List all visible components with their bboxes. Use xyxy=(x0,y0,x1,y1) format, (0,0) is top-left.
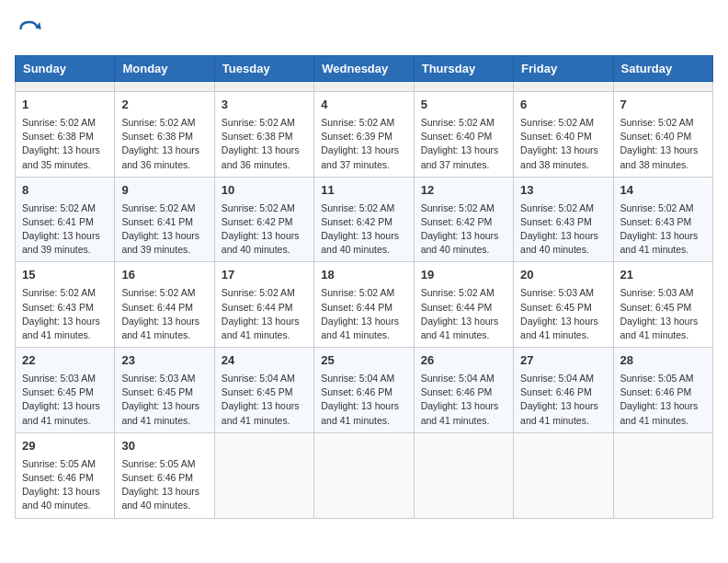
sunset-text: Sunset: 6:45 PM xyxy=(222,386,293,397)
sunrise-text: Sunrise: 5:02 AM xyxy=(121,117,195,128)
calendar-day-cell: 25Sunrise: 5:04 AMSunset: 6:46 PMDayligh… xyxy=(314,348,414,433)
day-number: 25 xyxy=(321,352,406,370)
day-number: 6 xyxy=(520,97,606,114)
weekday-header: Saturday xyxy=(613,56,712,82)
day-number: 3 xyxy=(222,97,307,114)
sunset-text: Sunset: 6:40 PM xyxy=(620,131,692,142)
sunrise-text: Sunrise: 5:02 AM xyxy=(620,117,694,128)
sunrise-text: Sunrise: 5:03 AM xyxy=(121,373,195,384)
calendar-day-cell: 28Sunrise: 5:05 AMSunset: 6:46 PMDayligh… xyxy=(613,348,712,433)
sunrise-text: Sunrise: 5:05 AM xyxy=(22,458,96,469)
sunset-text: Sunset: 6:44 PM xyxy=(222,302,293,313)
calendar-day-cell: 19Sunrise: 5:02 AMSunset: 6:44 PMDayligh… xyxy=(414,262,513,348)
daylight-text: Daylight: 13 hours and 40 minutes. xyxy=(321,230,399,255)
calendar-day-cell xyxy=(314,432,414,518)
calendar-week-row: 15Sunrise: 5:02 AMSunset: 6:43 PMDayligh… xyxy=(16,262,713,348)
daylight-text: Daylight: 13 hours and 36 minutes. xyxy=(222,144,300,169)
daylight-text: Daylight: 13 hours and 41 minutes. xyxy=(222,400,300,425)
sunrise-text: Sunrise: 5:02 AM xyxy=(222,117,295,128)
day-number: 15 xyxy=(22,267,108,284)
calendar-day-cell xyxy=(115,82,214,92)
sunset-text: Sunset: 6:45 PM xyxy=(620,302,692,313)
sunrise-text: Sunrise: 5:05 AM xyxy=(121,458,195,469)
calendar-day-cell: 15Sunrise: 5:02 AMSunset: 6:43 PMDayligh… xyxy=(16,262,115,348)
day-number: 21 xyxy=(620,267,706,284)
calendar-day-cell xyxy=(414,432,513,518)
sunrise-text: Sunrise: 5:02 AM xyxy=(22,202,96,213)
daylight-text: Daylight: 13 hours and 39 minutes. xyxy=(22,230,100,255)
sunset-text: Sunset: 6:42 PM xyxy=(222,216,293,227)
day-number: 27 xyxy=(520,352,606,370)
calendar-day-cell: 4Sunrise: 5:02 AMSunset: 6:39 PMDaylight… xyxy=(314,92,414,178)
sunrise-text: Sunrise: 5:02 AM xyxy=(121,287,195,298)
sunrise-text: Sunrise: 5:02 AM xyxy=(222,202,295,213)
day-number: 19 xyxy=(421,267,506,284)
calendar-day-cell xyxy=(214,82,313,92)
calendar-day-cell: 17Sunrise: 5:02 AMSunset: 6:44 PMDayligh… xyxy=(214,262,313,348)
sunset-text: Sunset: 6:40 PM xyxy=(520,131,592,142)
sunset-text: Sunset: 6:44 PM xyxy=(121,302,193,313)
sunrise-text: Sunrise: 5:04 AM xyxy=(222,373,295,384)
weekday-header-row: SundayMondayTuesdayWednesdayThursdayFrid… xyxy=(16,56,713,82)
sunset-text: Sunset: 6:41 PM xyxy=(22,216,94,227)
daylight-text: Daylight: 13 hours and 41 minutes. xyxy=(620,400,699,425)
calendar-table: SundayMondayTuesdayWednesdayThursdayFrid… xyxy=(15,55,713,519)
calendar-day-cell: 9Sunrise: 5:02 AMSunset: 6:41 PMDaylight… xyxy=(115,177,214,262)
day-number: 9 xyxy=(121,182,207,200)
calendar-week-row xyxy=(16,82,713,92)
sunset-text: Sunset: 6:38 PM xyxy=(22,131,94,142)
sunrise-text: Sunrise: 5:05 AM xyxy=(620,373,694,384)
calendar-day-cell: 18Sunrise: 5:02 AMSunset: 6:44 PMDayligh… xyxy=(314,262,414,348)
sunset-text: Sunset: 6:46 PM xyxy=(321,386,392,397)
calendar-week-row: 1Sunrise: 5:02 AMSunset: 6:38 PMDaylight… xyxy=(16,92,713,178)
day-number: 14 xyxy=(620,182,706,200)
day-number: 16 xyxy=(121,267,207,284)
calendar-day-cell: 12Sunrise: 5:02 AMSunset: 6:42 PMDayligh… xyxy=(414,177,513,262)
calendar-day-cell xyxy=(16,82,115,92)
day-number: 4 xyxy=(321,97,406,114)
sunset-text: Sunset: 6:45 PM xyxy=(121,386,193,397)
sunrise-text: Sunrise: 5:03 AM xyxy=(520,287,594,298)
weekday-header: Wednesday xyxy=(314,56,414,82)
calendar-day-cell xyxy=(214,432,313,518)
calendar-day-cell: 21Sunrise: 5:03 AMSunset: 6:45 PMDayligh… xyxy=(613,262,712,348)
calendar-day-cell xyxy=(613,432,712,518)
sunset-text: Sunset: 6:46 PM xyxy=(421,386,493,397)
calendar-day-cell xyxy=(514,82,613,92)
sunrise-text: Sunrise: 5:02 AM xyxy=(520,202,594,213)
sunset-text: Sunset: 6:46 PM xyxy=(22,472,94,483)
day-number: 28 xyxy=(620,352,706,370)
sunset-text: Sunset: 6:38 PM xyxy=(222,131,293,142)
sunset-text: Sunset: 6:45 PM xyxy=(520,302,592,313)
calendar-day-cell xyxy=(314,82,414,92)
calendar-day-cell: 1Sunrise: 5:02 AMSunset: 6:38 PMDaylight… xyxy=(16,92,115,178)
daylight-text: Daylight: 13 hours and 41 minutes. xyxy=(321,316,399,340)
calendar-day-cell: 3Sunrise: 5:02 AMSunset: 6:38 PMDaylight… xyxy=(214,92,313,178)
sunrise-text: Sunrise: 5:02 AM xyxy=(22,287,96,298)
daylight-text: Daylight: 13 hours and 36 minutes. xyxy=(121,144,199,169)
daylight-text: Daylight: 13 hours and 41 minutes. xyxy=(121,316,199,340)
daylight-text: Daylight: 13 hours and 40 minutes. xyxy=(22,486,100,511)
daylight-text: Daylight: 13 hours and 40 minutes. xyxy=(421,230,499,255)
daylight-text: Daylight: 13 hours and 40 minutes. xyxy=(222,230,300,255)
daylight-text: Daylight: 13 hours and 35 minutes. xyxy=(22,144,100,169)
sunrise-text: Sunrise: 5:02 AM xyxy=(520,117,594,128)
day-number: 23 xyxy=(121,352,207,370)
day-number: 12 xyxy=(421,182,506,200)
weekday-header: Thursday xyxy=(414,56,513,82)
weekday-header: Friday xyxy=(514,56,613,82)
sunrise-text: Sunrise: 5:02 AM xyxy=(620,202,694,213)
daylight-text: Daylight: 13 hours and 41 minutes. xyxy=(421,316,499,340)
calendar-day-cell: 10Sunrise: 5:02 AMSunset: 6:42 PMDayligh… xyxy=(214,177,313,262)
calendar-day-cell: 14Sunrise: 5:02 AMSunset: 6:43 PMDayligh… xyxy=(613,177,712,262)
sunrise-text: Sunrise: 5:04 AM xyxy=(321,373,394,384)
day-number: 20 xyxy=(520,267,606,284)
sunset-text: Sunset: 6:44 PM xyxy=(421,302,493,313)
sunset-text: Sunset: 6:42 PM xyxy=(421,216,493,227)
day-number: 26 xyxy=(421,352,506,370)
daylight-text: Daylight: 13 hours and 38 minutes. xyxy=(620,144,699,169)
calendar-day-cell: 20Sunrise: 5:03 AMSunset: 6:45 PMDayligh… xyxy=(514,262,613,348)
calendar-day-cell: 2Sunrise: 5:02 AMSunset: 6:38 PMDaylight… xyxy=(115,92,214,178)
sunset-text: Sunset: 6:42 PM xyxy=(321,216,392,227)
sunset-text: Sunset: 6:46 PM xyxy=(520,386,592,397)
